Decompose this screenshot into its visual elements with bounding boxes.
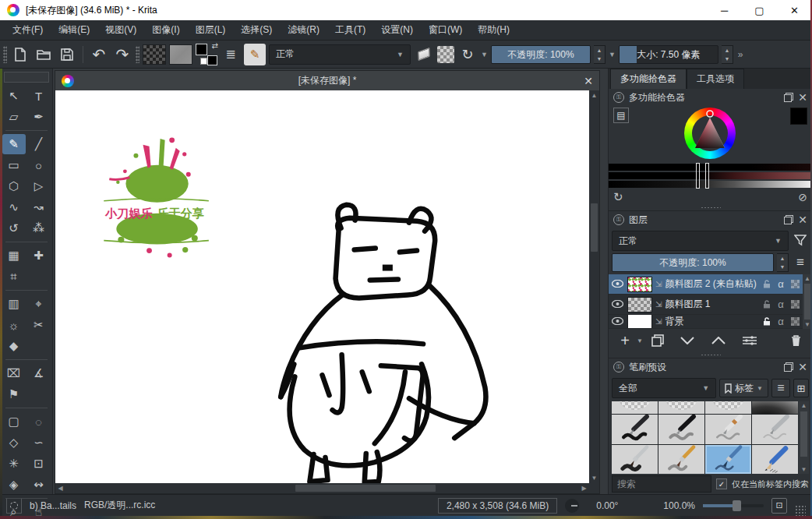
open-document-button[interactable] bbox=[34, 44, 54, 65]
brush-size-slider[interactable]: 大小: 7.50 像素 bbox=[619, 45, 718, 64]
reload-preset-button[interactable]: ↻ bbox=[457, 44, 478, 65]
layer-name[interactable]: 颜料图层 1 bbox=[665, 298, 757, 311]
preset-watercolor-blue[interactable] bbox=[705, 445, 751, 475]
preset-view-mode-button[interactable]: ⊞ bbox=[793, 379, 809, 397]
gradient-chooser[interactable] bbox=[143, 44, 166, 65]
alpha-lock-icon[interactable] bbox=[789, 277, 801, 291]
tool-color-sampler[interactable]: ⌖ bbox=[27, 294, 51, 314]
tool-bezier-curve[interactable]: ∿ bbox=[2, 197, 26, 217]
menu-settings[interactable]: 设置(N) bbox=[373, 20, 421, 40]
tool-smart-patch[interactable]: ✂ bbox=[27, 315, 51, 335]
preserve-alpha-button[interactable] bbox=[437, 46, 454, 63]
close-button[interactable]: ✕ bbox=[777, 0, 812, 20]
opacity-spinner[interactable]: ▲▼ bbox=[594, 45, 605, 64]
menu-filter[interactable]: 滤镜(R) bbox=[280, 20, 327, 40]
preset-display-menu-button[interactable]: ≡ bbox=[771, 379, 790, 397]
color-wheel[interactable] bbox=[684, 108, 736, 159]
preset-ink-pen-white[interactable] bbox=[705, 415, 751, 444]
tool-measure[interactable]: ∡ bbox=[27, 363, 51, 383]
brush-settings-button[interactable]: ≣ bbox=[221, 44, 241, 65]
visibility-eye-icon[interactable] bbox=[610, 316, 624, 327]
preset-filter-combo[interactable]: 全部 ▼ bbox=[612, 378, 716, 398]
tool-magnetic-select[interactable]: ↭ bbox=[27, 475, 51, 495]
tool-rectangle[interactable]: ▭ bbox=[2, 155, 26, 175]
alpha-lock-icon[interactable] bbox=[789, 298, 801, 312]
docker-lock-icon[interactable]: ⚿ bbox=[613, 214, 624, 225]
layer-thumbnail[interactable] bbox=[627, 297, 652, 312]
tool-reference-images[interactable]: ⚑ bbox=[2, 384, 26, 404]
canvas-rotation-dial[interactable] bbox=[565, 499, 579, 513]
docker-lock-icon[interactable]: ⚿ bbox=[613, 362, 624, 372]
inherit-alpha-icon[interactable]: α bbox=[775, 277, 787, 291]
zoom-fit-button[interactable]: ⊡ bbox=[771, 498, 787, 514]
reload-dropdown-arrow[interactable]: ▼ bbox=[481, 51, 488, 58]
zoom-slider[interactable] bbox=[703, 504, 764, 507]
shade-handle-1[interactable] bbox=[696, 163, 700, 189]
close-docker-icon[interactable]: ✕ bbox=[798, 214, 807, 226]
new-document-button[interactable] bbox=[10, 44, 30, 65]
tool-pattern-edit[interactable]: ☼ bbox=[2, 315, 26, 335]
layer-row-paint-layer-1[interactable]: ⇲ 颜料图层 1 α bbox=[609, 295, 803, 315]
tool-color-select[interactable]: ⊡ bbox=[27, 454, 51, 474]
tab-tool-options[interactable]: 工具选项 bbox=[687, 69, 744, 89]
layer-blending-mode-combo[interactable]: 正常 ▼ bbox=[612, 231, 789, 251]
shade-bar-2[interactable] bbox=[609, 172, 812, 179]
tool-similar-select[interactable]: ✳ bbox=[2, 454, 26, 474]
layer-lock-icon[interactable] bbox=[761, 315, 773, 329]
tool-freehand-brush[interactable]: ✎ bbox=[2, 134, 26, 154]
subwindow-titlebar[interactable]: [未保存图像] * ✕ bbox=[55, 71, 599, 90]
hue-handle[interactable] bbox=[707, 111, 713, 117]
menu-window[interactable]: 窗口(W) bbox=[421, 20, 470, 40]
layer-thumbnail[interactable] bbox=[627, 277, 652, 292]
tool-gradient[interactable]: ▥ bbox=[2, 294, 26, 314]
toolbox-drag-header[interactable] bbox=[4, 72, 49, 83]
menu-tools[interactable]: 工具(T) bbox=[327, 20, 373, 40]
float-docker-icon[interactable] bbox=[784, 215, 793, 224]
visibility-eye-icon[interactable] bbox=[610, 299, 624, 310]
zoom-level[interactable]: 100.0% bbox=[663, 500, 695, 511]
brush-size-spinner[interactable]: ▲▼ bbox=[722, 45, 733, 64]
inherit-alpha-icon[interactable]: α bbox=[775, 298, 787, 312]
preset-pen-silver[interactable] bbox=[752, 415, 798, 444]
tool-crop[interactable]: ⌗ bbox=[2, 267, 26, 287]
tool-transform[interactable]: ▦ bbox=[2, 245, 26, 266]
scroll-left-arrow[interactable]: ◀ bbox=[55, 483, 65, 493]
tool-poly-select[interactable]: ◇ bbox=[2, 432, 26, 453]
preset-airbrush-soft[interactable] bbox=[752, 401, 798, 414]
preset-eraser-circle-2[interactable] bbox=[658, 401, 704, 414]
layer-thumbnail[interactable] bbox=[627, 315, 652, 329]
tool-calligraphy[interactable]: ✒ bbox=[27, 107, 51, 127]
move-layer-up-button[interactable] bbox=[704, 330, 733, 351]
opacity-dropdown-arrow[interactable]: ▼ bbox=[609, 51, 616, 58]
tool-move[interactable]: ✚ bbox=[27, 245, 51, 266]
foreground-color-swatch[interactable] bbox=[196, 44, 207, 55]
layer-opacity-spinner[interactable]: ▲▼ bbox=[777, 253, 789, 272]
tool-pan[interactable]: ☝ bbox=[27, 502, 51, 519]
menu-edit[interactable]: 编辑(E) bbox=[51, 20, 97, 40]
tool-edit-shapes[interactable]: ▱ bbox=[2, 107, 26, 127]
tool-text[interactable]: T bbox=[27, 86, 51, 106]
eraser-mode-button[interactable] bbox=[414, 44, 434, 65]
shade-handle-2[interactable] bbox=[705, 163, 709, 189]
add-layer-button[interactable]: + bbox=[615, 330, 635, 351]
visibility-eye-icon[interactable] bbox=[610, 279, 624, 290]
float-docker-icon[interactable] bbox=[784, 93, 793, 102]
menu-layer[interactable]: 图层(L) bbox=[188, 20, 234, 40]
layer-filter-button[interactable] bbox=[792, 234, 809, 249]
menu-file[interactable]: 文件(F) bbox=[5, 20, 51, 40]
scroll-down-arrow[interactable]: ▼ bbox=[589, 473, 599, 483]
menu-view[interactable]: 视图(V) bbox=[97, 20, 144, 40]
scroll-up-arrow[interactable]: ▲ bbox=[589, 90, 599, 101]
tool-transform-select[interactable]: ↖ bbox=[2, 86, 26, 106]
layer-row-paint-layer-2[interactable]: ⇲ 颜料图层 2 (来自粘贴) α bbox=[609, 274, 803, 295]
docker-lock-icon[interactable]: ⚿ bbox=[613, 92, 624, 103]
canvas-vertical-scrollbar[interactable]: ▲ ▼ bbox=[589, 90, 599, 483]
preset-marker-black[interactable] bbox=[658, 415, 704, 444]
layer-name[interactable]: 背景 bbox=[665, 315, 757, 328]
tool-polygon[interactable]: ⬡ bbox=[2, 176, 26, 196]
toolbar-grip[interactable] bbox=[3, 46, 7, 63]
docker-splitter[interactable] bbox=[609, 205, 812, 210]
preset-search-input[interactable] bbox=[612, 475, 711, 493]
close-docker-icon[interactable]: ✕ bbox=[798, 361, 807, 373]
preset-scroll-thumb[interactable] bbox=[800, 411, 807, 457]
